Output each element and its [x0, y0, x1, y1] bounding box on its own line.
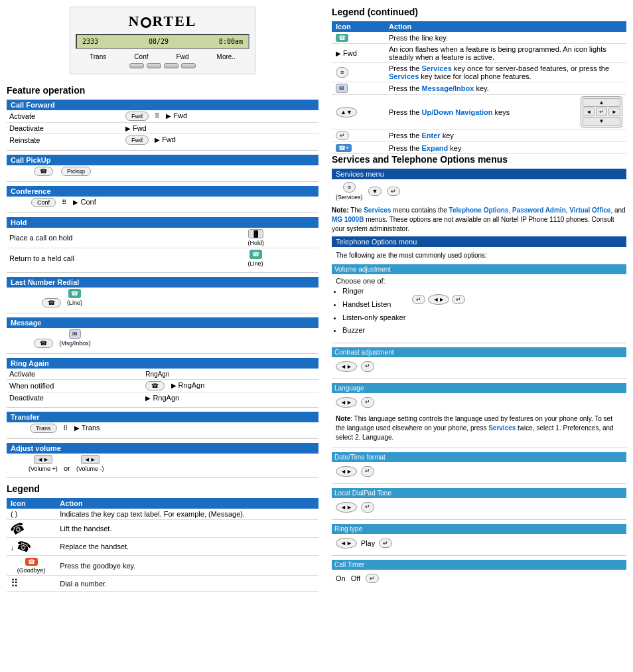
volume-adjustment-header: Volume adjustment: [332, 264, 626, 274]
tel-opts-link: Telephone Options: [449, 207, 509, 214]
action-label: Deactivate: [7, 392, 143, 404]
nav-keys-desc: Press the Up/Down Navigation keys: [389, 108, 510, 116]
action-keys: Conf ⠿ ▶ Conf: [29, 197, 318, 209]
divider: [332, 378, 626, 379]
contrast-icons-row: ◄► ↵: [332, 359, 626, 375]
legend-header-row: Icon Action: [7, 498, 318, 509]
fwd-key: Fwd: [125, 112, 149, 121]
nav-cluster-icon: ▲ ◄ ↵ ► ▼: [581, 96, 622, 127]
section-transfer: Transfer: [7, 412, 318, 422]
nav-right-btn: ►: [608, 108, 620, 116]
services-key-icon2: ≡: [343, 182, 356, 193]
enter-key-icon: ↵: [336, 131, 349, 140]
legend-desc: Indicates the key cap text label. For ex…: [56, 509, 318, 520]
action-label: [7, 454, 26, 473]
volume-table: ◄► (Volume +) or ◄► (Volume -): [7, 454, 318, 473]
services-key-icon: ≡: [336, 67, 348, 78]
volume-minus-icon: ◄►: [81, 455, 100, 464]
option-handset-listen: Handset Listen: [342, 298, 405, 311]
contrast-enter-icon: ↵: [361, 361, 374, 372]
divider: [7, 181, 318, 182]
dialpad-tone-nav-icon: ◄►: [336, 502, 357, 513]
divider: [7, 150, 318, 151]
action-keys: Fwd ▶ Fwd: [123, 134, 318, 147]
language-icons-row: ◄► ↵: [332, 394, 626, 410]
enter-icon2: ↵: [387, 187, 400, 196]
section-message: Message: [7, 317, 318, 328]
line-key: ☎: [249, 250, 262, 259]
legend-col-action: Action: [385, 21, 626, 32]
tel-options-header: Telephone Options menu: [332, 236, 626, 247]
table-row: Trans ⠿ ▶ Trans: [7, 422, 318, 434]
softkey-trans: Trans: [90, 53, 106, 60]
table-row: Conf ⠿ ▶ Conf: [7, 197, 318, 209]
table-row: ☎ (Goodbye) Press the goodbye key.: [7, 556, 318, 576]
vol-nav-icon: ◄►: [428, 294, 449, 305]
call-timer-header: Call Timer: [332, 560, 626, 570]
hw-btn-3: [164, 63, 178, 68]
divider: [332, 555, 626, 556]
table-row: ☎ Lift the handset.: [7, 520, 318, 538]
nortel-logo: NRTEL: [76, 13, 249, 30]
language-nav-icon: ◄►: [336, 397, 357, 408]
action-label: [7, 328, 31, 349]
table-row: ↵ Press the Enter key: [332, 129, 626, 142]
section-call-forward: Call Forward: [7, 100, 318, 110]
dialpad-grid-icon: ⠿: [11, 578, 20, 589]
dialpad-icon: ⠿: [155, 112, 160, 120]
divider: [7, 313, 318, 313]
table-row: Activate Fwd ⠿ ▶ Fwd: [7, 110, 318, 123]
services-menus-title: Services and Telephone Options menus: [332, 154, 626, 165]
divider: [7, 407, 318, 408]
option-ringer: Ringer: [342, 285, 405, 298]
vol-enter-icon2: ↵: [452, 295, 465, 304]
msg-inbox-label: (Msg/Inbox): [59, 340, 91, 347]
table-row: Return to a held call ☎ (Line): [7, 248, 318, 269]
divider: [7, 212, 318, 213]
handset-up-icon: ☎: [34, 167, 53, 176]
msg-inbox-icon: ✉: [69, 329, 81, 339]
language-header: Language: [332, 383, 626, 393]
softkey-more: More..: [217, 53, 236, 60]
legend-desc: Dial a number.: [56, 576, 318, 592]
action-keys: ☎ ☎ (Line): [39, 288, 318, 309]
section-adjust-volume: Adjust volume: [7, 443, 318, 454]
hw-btn-4: [181, 63, 196, 68]
action-keys: Fwd ⠿ ▶ Fwd: [123, 110, 318, 123]
expand-text: Expand: [422, 144, 449, 152]
contrast-nav-icon: ◄►: [336, 361, 357, 372]
legend-desc: Press the Enter key: [385, 129, 626, 142]
action-label: Activate: [7, 110, 123, 123]
table-row: Deactivate ▶ RngAgn: [7, 392, 318, 404]
note-label: Note:: [332, 207, 349, 214]
legend-desc: Press the line key.: [385, 32, 626, 44]
action-keys: ☎ (Line): [246, 248, 318, 269]
legend-icon-expand: ☎+: [332, 142, 385, 154]
hw-btn-2: [147, 63, 161, 68]
feature-operation-title: Feature operation: [7, 85, 318, 96]
action-keys: ☎ ✉ (Msg/Inbox): [31, 328, 318, 349]
call-timer-off-label: Off: [351, 574, 360, 582]
play-icon4: ▶: [145, 394, 151, 402]
services-link-lang: Services: [488, 424, 516, 432]
action-label: [7, 422, 27, 434]
legend-col-action: Action: [56, 498, 318, 509]
legend-continued-title: Legend (continued): [332, 7, 626, 17]
updown-nav-text: Up/Down Navigation: [422, 108, 493, 116]
dialpad-tone-enter-icon: ↵: [361, 502, 374, 513]
ring-type-nav-icon: ◄►: [336, 538, 357, 548]
table-row: ✉ Press the Message/Inbox key.: [332, 82, 626, 95]
divider: [332, 448, 626, 448]
action-label: Deactivate: [7, 123, 123, 134]
line-label2: (Line): [67, 299, 82, 306]
section-call-pickup: Call PickUp: [7, 155, 318, 165]
play-icon3: ▶: [171, 382, 176, 389]
choose-one-label: Choose one of:: [336, 277, 622, 285]
conference-table: Conf ⠿ ▶ Conf: [7, 197, 318, 209]
note-label2: Note: [336, 415, 350, 422]
phone-image: NRTEL 2333 08/29 8:00am Trans Conf Fwd M…: [70, 7, 255, 74]
phone-hardware-buttons: [76, 63, 249, 68]
table-row: ≡ Press the Services key once for server…: [332, 63, 626, 82]
datetime-enter-icon: ↵: [361, 466, 374, 477]
ring-again-table: Activate RngAgn When notified ☎ ▶ RngAgn…: [7, 369, 318, 403]
